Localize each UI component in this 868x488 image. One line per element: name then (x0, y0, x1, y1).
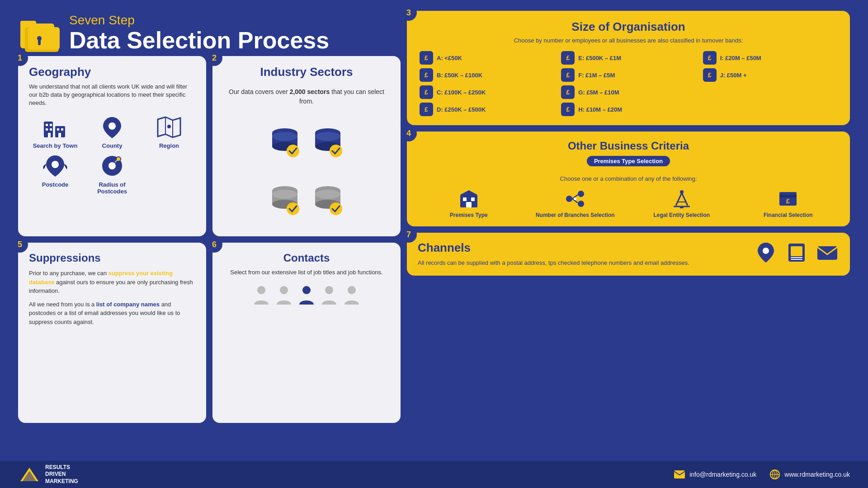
size-label-a: A: <£50K (437, 55, 462, 61)
svg-rect-69 (791, 257, 802, 258)
geo-grid: Search by Town County (29, 115, 195, 195)
step4-badge: 4 (401, 125, 417, 141)
geo-item-region: Region (143, 115, 195, 149)
person-icon-3 (321, 284, 338, 307)
svg-rect-10 (46, 128, 48, 131)
svg-rect-51 (466, 202, 472, 207)
footer-globe-icon (770, 469, 780, 479)
geo-item-postcode: Postcode (29, 154, 81, 195)
step4-panel: 4 Other Business Criteria Premises Type … (407, 131, 850, 226)
footer-logo: RESULTS DRIVEN MARKETING (18, 464, 78, 485)
premises-icon (458, 188, 479, 209)
footer: RESULTS DRIVEN MARKETING info@rdmarketin… (0, 461, 868, 488)
svg-rect-8 (46, 124, 48, 126)
step7-panel: 7 Channels All records can be supplied w… (407, 233, 850, 276)
svg-point-54 (578, 191, 584, 197)
geo-label-radius: Radius of Postcodes (86, 181, 138, 195)
svg-rect-9 (50, 124, 52, 126)
step1-description: We understand that not all clients work … (29, 83, 195, 108)
database-icons-row2 (223, 173, 390, 227)
footer-logo-line3: MARKETING (45, 478, 78, 485)
svg-point-58 (574, 197, 576, 200)
step2-title: Industry Sectors (223, 65, 390, 79)
step7-title: Channels (418, 241, 745, 255)
svg-point-18 (52, 161, 59, 168)
size-label-c: C: £100K – £250K (437, 89, 486, 96)
branches-icon (565, 188, 585, 209)
pound-icon-a: £ (420, 51, 433, 65)
svg-rect-70 (791, 259, 802, 260)
size-item-a: £ A: <£50K (420, 51, 554, 65)
step3-badge: 3 (401, 5, 417, 21)
step2-panel: 2 Industry Sectors Our data covers over … (212, 56, 401, 236)
pound-icon-e: £ (561, 51, 575, 65)
person-icon-4 (343, 284, 360, 307)
step4-badge-label: Premises Type Selection (587, 156, 670, 166)
svg-rect-5 (38, 36, 41, 45)
svg-point-47 (348, 286, 356, 294)
svg-text:£: £ (786, 197, 790, 205)
footer-contact: info@rdmarketing.co.uk www.rdmarketing.c… (674, 469, 850, 479)
footer-website: www.rdmarketing.co.uk (770, 469, 850, 479)
legal-icon (671, 188, 692, 209)
svg-rect-3 (28, 27, 60, 50)
step3-title: Size of Organisation (420, 20, 837, 34)
footer-email-icon (674, 470, 685, 479)
step1-panel: 1 Geography We understand that not all c… (18, 56, 206, 236)
svg-point-26 (272, 132, 297, 141)
svg-point-16 (108, 122, 116, 130)
database-icon-1 (268, 127, 302, 158)
size-item-f: £ F: £1M – £5M (561, 68, 695, 82)
step1-title: Geography (29, 65, 195, 79)
svg-rect-14 (48, 133, 51, 137)
step6-text: Select from our extensive list of job ti… (223, 268, 390, 277)
database-icon-4 (311, 184, 345, 216)
step7-badge: 7 (401, 226, 417, 243)
channel-location-icon (754, 241, 778, 264)
step5-badge: 5 (12, 236, 28, 253)
footer-logo-line2: DRIVEN (45, 471, 78, 478)
step2-text: Our data covers over 2,000 sectors that … (223, 87, 390, 106)
geo-item-county: County (86, 115, 138, 149)
buildings-icon (42, 115, 69, 140)
svg-point-37 (287, 202, 299, 215)
size-label-b: B: £50K – £100K (437, 72, 482, 79)
svg-point-60 (680, 190, 684, 194)
size-label-e: E: £500K – £1M (578, 55, 621, 61)
svg-point-55 (578, 201, 584, 207)
svg-point-27 (287, 145, 299, 157)
size-item-e: £ E: £500K – £1M (561, 51, 695, 65)
size-label-d: D: £250K – £500K (437, 106, 486, 113)
person-icon-highlighted (298, 284, 315, 307)
step6-panel: 6 Contacts Select from our extensive lis… (212, 243, 401, 423)
step4-item-branches-label: Number of Branches Selection (536, 212, 615, 218)
contacts-icons (223, 284, 390, 307)
footer-email-label: info@rdmarketing.co.uk (689, 471, 756, 478)
postcode-icon (42, 154, 69, 178)
pound-icon-h: £ (561, 103, 575, 116)
step2-badge: 2 (206, 50, 222, 66)
size-item-c: £ C: £100K – £250K (420, 85, 554, 99)
svg-point-20 (108, 162, 116, 169)
person-icon-1 (253, 284, 270, 307)
database-icons (223, 115, 390, 169)
size-item-b: £ B: £50K – £100K (420, 68, 554, 82)
size-label-f: F: £1M – £5M (578, 72, 615, 79)
svg-point-44 (280, 286, 288, 294)
channel-phone-icon (785, 241, 808, 264)
step5-highlight1: suppress your existing database (29, 270, 173, 286)
geo-item-town: Search by Town (29, 115, 81, 149)
step5-text1: Prior to any purchase, we can suppress y… (29, 269, 195, 296)
step4-item-premises-label: Premises Type (450, 212, 488, 218)
svg-point-32 (330, 145, 342, 157)
folder-icon (18, 14, 61, 53)
header: Seven Step Data Selection Process (18, 11, 407, 56)
size-label-g: G: £5M – £10M (578, 89, 619, 96)
size-label-h: H: £10M – £20M (578, 106, 622, 113)
pound-icon-j: £ (703, 68, 717, 82)
step4-sub-text: Choose one or a combination of any of th… (418, 175, 839, 182)
svg-point-41 (315, 190, 340, 199)
svg-point-17 (167, 125, 171, 128)
svg-rect-71 (817, 246, 837, 260)
radius-icon (99, 154, 126, 178)
